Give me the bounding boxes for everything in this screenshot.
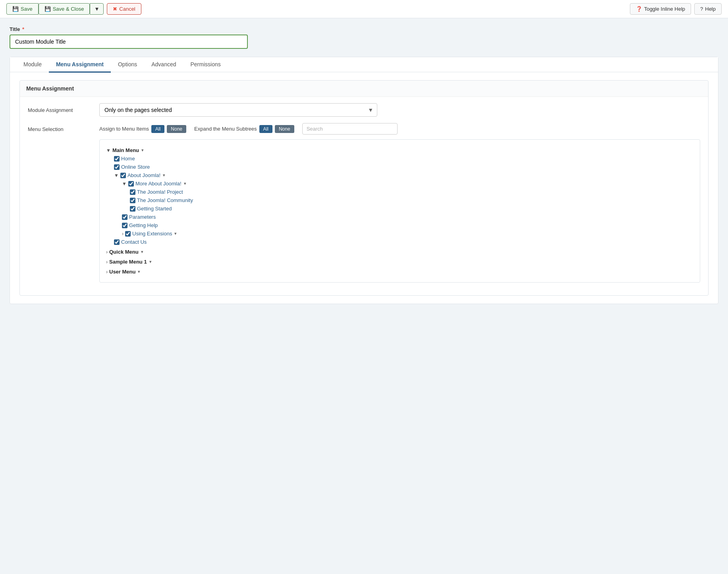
more-about-label[interactable]: More About Joomla! [135, 181, 182, 187]
tree-main-menu-item: ▼ Main Menu ▾ [106, 146, 693, 154]
tab-module[interactable]: Module [16, 57, 49, 73]
main-menu-dropdown-icon[interactable]: ▾ [141, 148, 144, 153]
user-menu-label[interactable]: User Menu [109, 269, 135, 275]
cancel-label: Cancel [119, 6, 135, 12]
toolbar: 💾 Save 💾 Save & Close ▼ ✖ Cancel ❓ Toggl… [0, 0, 728, 18]
module-assignment-row: Module Assignment On all pages No pages … [28, 103, 700, 117]
getting-started-label[interactable]: Getting Started [137, 206, 172, 212]
more-about-collapse-icon[interactable]: ▼ [122, 181, 127, 187]
sample-menu-1-dropdown-icon[interactable]: ▾ [149, 259, 152, 264]
main-menu-children: Home Online Store [114, 154, 693, 246]
quick-menu-label[interactable]: Quick Menu [109, 249, 139, 255]
menu-selection-label: Menu Selection [28, 123, 91, 132]
assign-to-menu-items-group: Assign to Menu Items All None [99, 125, 186, 133]
joomla-project-checkbox[interactable] [130, 189, 135, 195]
more-about-checkbox[interactable] [128, 181, 134, 187]
help-icon: ? [700, 6, 703, 12]
using-extensions-dropdown-icon[interactable]: ▾ [174, 231, 177, 236]
joomla-community-checkbox[interactable] [130, 198, 135, 203]
save-close-label: Save & Close [53, 6, 84, 12]
save-button-group: 💾 Save 💾 Save & Close ▼ [6, 3, 104, 15]
tabs: Module Menu Assignment Options Advanced … [16, 57, 712, 72]
module-assignment-select-wrapper: On all pages No pages Only on the pages … [99, 103, 377, 117]
home-checkbox[interactable] [114, 156, 120, 162]
tabs-wrapper: Module Menu Assignment Options Advanced … [10, 57, 718, 72]
toggle-inline-help-label: Toggle Inline Help [644, 6, 685, 12]
menu-tree: ▼ Main Menu ▾ Home [106, 146, 693, 276]
tree-about-joomla-item: ▼ About Joomla! ▾ [114, 171, 693, 179]
tree-quick-menu-item: › Quick Menu ▾ [106, 248, 693, 256]
about-joomla-checkbox[interactable] [120, 173, 126, 178]
tab-permissions[interactable]: Permissions [183, 57, 228, 73]
user-menu-dropdown-icon[interactable]: ▾ [138, 269, 140, 274]
parameters-label[interactable]: Parameters [129, 214, 156, 220]
tree-online-store-item: Online Store [114, 163, 693, 171]
tree-joomla-community-item: The Joomla! Community [130, 196, 693, 204]
title-input[interactable] [10, 35, 248, 49]
cancel-button[interactable]: ✖ Cancel [107, 3, 141, 15]
more-about-children: The Joomla! Project The Joomla! Communit… [130, 188, 693, 213]
chevron-down-icon: ▼ [94, 6, 99, 12]
save-close-icon: 💾 [44, 6, 51, 12]
save-dropdown-button[interactable]: ▼ [90, 3, 104, 15]
help-button[interactable]: ? Help [694, 3, 722, 15]
save-close-button[interactable]: 💾 Save & Close [39, 3, 90, 15]
getting-started-checkbox[interactable] [130, 206, 135, 212]
tree-joomla-project-item: The Joomla! Project [130, 188, 693, 196]
joomla-project-label[interactable]: The Joomla! Project [137, 189, 183, 195]
about-joomla-collapse-icon[interactable]: ▼ [114, 173, 119, 178]
assign-all-button[interactable]: All [151, 125, 164, 133]
joomla-community-label[interactable]: The Joomla! Community [137, 197, 193, 203]
tabs-panel: Module Menu Assignment Options Advanced … [10, 57, 718, 304]
quick-menu-dropdown-icon[interactable]: ▾ [141, 249, 143, 254]
online-store-checkbox[interactable] [114, 164, 120, 170]
getting-help-label[interactable]: Getting Help [129, 222, 158, 228]
main-menu-collapse-icon[interactable]: ▼ [106, 148, 111, 153]
tree-getting-help-item: Getting Help [122, 221, 693, 229]
sample-menu-1-label[interactable]: Sample Menu 1 [109, 259, 147, 265]
tree-contact-us-item: Contact Us [114, 238, 693, 246]
required-marker: * [21, 26, 25, 32]
tab-menu-assignment[interactable]: Menu Assignment [49, 57, 111, 73]
module-assignment-select[interactable]: On all pages No pages Only on the pages … [99, 103, 377, 117]
tree-using-extensions-item: › Using Extensions ▾ [122, 229, 693, 238]
tab-advanced[interactable]: Advanced [144, 57, 183, 73]
quick-menu-expand-icon[interactable]: › [106, 249, 108, 255]
tree-parameters-item: Parameters [122, 213, 693, 221]
about-joomla-children: ▼ More About Joomla! ▾ [122, 179, 693, 238]
parameters-checkbox[interactable] [122, 214, 127, 220]
title-label: Title * [10, 26, 718, 32]
expand-label: Expand the Menu Subtrees [194, 126, 257, 132]
sample-menu-1-expand-icon[interactable]: › [106, 259, 108, 265]
online-store-label[interactable]: Online Store [121, 164, 150, 170]
more-about-dropdown-icon[interactable]: ▾ [184, 181, 186, 186]
contact-us-checkbox[interactable] [114, 239, 120, 245]
using-extensions-checkbox[interactable] [125, 231, 131, 237]
menu-selection-content: Assign to Menu Items All None Ex [99, 123, 700, 283]
tab-options[interactable]: Options [111, 57, 144, 73]
toggle-inline-help-button[interactable]: ❓ Toggle Inline Help [630, 3, 691, 15]
assign-none-button[interactable]: None [167, 125, 186, 133]
main-menu-label[interactable]: Main Menu [112, 147, 139, 153]
save-label: Save [21, 6, 33, 12]
tree-sample-menu-1-item: › Sample Menu 1 ▾ [106, 258, 693, 266]
user-menu-expand-icon[interactable]: › [106, 269, 108, 275]
using-extensions-label[interactable]: Using Extensions [132, 231, 172, 237]
question-circle-icon: ❓ [636, 6, 642, 12]
contact-us-label[interactable]: Contact Us [121, 239, 147, 245]
menu-controls: Assign to Menu Items All None Ex [99, 123, 700, 135]
using-extensions-expand-icon[interactable]: › [122, 231, 124, 237]
module-assignment-label: Module Assignment [28, 107, 91, 113]
save-icon: 💾 [12, 6, 19, 12]
getting-help-checkbox[interactable] [122, 223, 127, 228]
menu-assignment-section: Menu Assignment Module Assignment On all… [19, 80, 709, 296]
about-joomla-dropdown-icon[interactable]: ▾ [163, 173, 165, 178]
about-joomla-label[interactable]: About Joomla! [127, 172, 160, 178]
expand-all-button[interactable]: All [259, 125, 272, 133]
expand-none-button[interactable]: None [275, 125, 294, 133]
assign-label: Assign to Menu Items [99, 126, 149, 132]
tree-more-about-item: ▼ More About Joomla! ▾ [122, 179, 693, 188]
home-label[interactable]: Home [121, 156, 135, 162]
search-input[interactable] [302, 123, 398, 135]
save-button[interactable]: 💾 Save [6, 3, 39, 15]
